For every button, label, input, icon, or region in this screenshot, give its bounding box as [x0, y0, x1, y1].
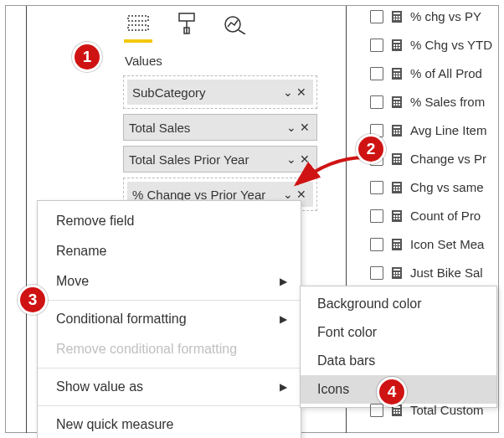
- menu-label: New quick measure: [56, 417, 174, 432]
- svg-rect-94: [399, 412, 400, 414]
- field-pill-label: Total Sales Prior Year: [129, 152, 285, 167]
- field-well-group-top: SubCategory ⌄ ✕: [123, 75, 317, 109]
- field-label: % of All Prod: [410, 66, 482, 80]
- field-well-group: Total Sales Prior Year ⌄ ✕: [123, 146, 317, 173]
- field-row[interactable]: Chg vs same: [370, 177, 492, 198]
- svg-rect-85: [396, 275, 398, 276]
- remove-icon[interactable]: ✕: [295, 188, 308, 201]
- svg-rect-66: [396, 215, 398, 217]
- menu-new-quick-measure[interactable]: New quick measure: [38, 410, 301, 438]
- svg-rect-81: [393, 272, 395, 274]
- menu-separator: [38, 300, 301, 301]
- svg-rect-49: [393, 158, 395, 160]
- checkbox-icon[interactable]: [370, 266, 383, 280]
- remove-icon[interactable]: ✕: [295, 85, 308, 99]
- field-row[interactable]: Avg Line Item: [370, 120, 492, 141]
- submenu-arrow-icon: ▶: [280, 381, 287, 393]
- svg-rect-10: [396, 16, 398, 18]
- svg-rect-13: [396, 18, 398, 20]
- menu-conditional-formatting[interactable]: Conditional formatting▶: [38, 304, 301, 334]
- svg-rect-86: [399, 275, 400, 276]
- svg-rect-93: [396, 412, 398, 414]
- field-row[interactable]: % chg vs PY: [370, 6, 492, 27]
- field-row[interactable]: Just Bike Sal: [370, 262, 492, 283]
- menu-remove-conditional-formatting: Remove conditional formatting: [38, 334, 301, 364]
- svg-rect-34: [396, 101, 398, 103]
- svg-rect-9: [393, 16, 395, 18]
- menu-label: Move: [56, 274, 89, 289]
- svg-rect-54: [399, 161, 400, 162]
- chevron-down-icon[interactable]: ⌄: [281, 85, 295, 99]
- svg-rect-80: [393, 269, 400, 271]
- active-tab-underline: [124, 39, 152, 43]
- fields-list: % chg vs PY % Chg vs YTD % of All Prod %…: [370, 6, 492, 420]
- menu-label: Conditional formatting: [56, 312, 187, 327]
- svg-rect-56: [393, 183, 400, 185]
- checkbox-icon[interactable]: [370, 10, 383, 23]
- checkbox-icon[interactable]: [370, 238, 383, 251]
- checkbox-icon[interactable]: [370, 181, 383, 194]
- menu-remove-field[interactable]: Remove field: [38, 206, 301, 236]
- svg-rect-64: [393, 212, 400, 214]
- svg-rect-67: [399, 215, 400, 217]
- chevron-down-icon[interactable]: ⌄: [285, 121, 298, 134]
- measure-icon: [390, 238, 404, 251]
- svg-rect-26: [396, 73, 398, 75]
- checkbox-icon[interactable]: [370, 404, 383, 417]
- svg-rect-78: [399, 246, 400, 248]
- checkbox-icon[interactable]: [370, 209, 383, 223]
- field-row[interactable]: % Sales from: [370, 91, 492, 112]
- remove-icon[interactable]: ✕: [298, 121, 311, 134]
- field-row[interactable]: Count of Pro: [370, 205, 492, 226]
- svg-rect-28: [393, 75, 395, 77]
- svg-rect-11: [399, 16, 400, 18]
- remove-icon[interactable]: ✕: [298, 152, 311, 166]
- menu-rename[interactable]: Rename: [38, 236, 301, 266]
- svg-rect-46: [399, 132, 400, 134]
- measure-icon: [390, 95, 404, 109]
- svg-rect-60: [393, 189, 395, 191]
- svg-rect-0: [128, 16, 148, 21]
- analytics-tab-icon[interactable]: [223, 11, 248, 36]
- checkbox-icon[interactable]: [370, 67, 383, 80]
- svg-rect-68: [393, 218, 395, 219]
- svg-rect-25: [393, 73, 395, 75]
- checkbox-icon[interactable]: [370, 39, 383, 52]
- svg-rect-73: [393, 244, 395, 245]
- field-row[interactable]: % Chg vs YTD: [370, 34, 492, 55]
- checkbox-icon[interactable]: [370, 95, 383, 109]
- field-row[interactable]: % of All Prod: [370, 63, 492, 84]
- chevron-down-icon[interactable]: ⌄: [281, 188, 295, 201]
- svg-rect-32: [393, 98, 400, 100]
- menu-show-value-as[interactable]: Show value as▶: [38, 372, 301, 402]
- field-pill-subcategory[interactable]: SubCategory ⌄ ✕: [127, 80, 313, 105]
- svg-rect-35: [399, 101, 400, 103]
- field-row[interactable]: Icon Set Mea: [370, 234, 492, 255]
- menu-move[interactable]: Move▶: [38, 266, 301, 296]
- svg-rect-17: [393, 44, 395, 46]
- svg-rect-41: [393, 130, 395, 131]
- svg-rect-65: [393, 215, 395, 217]
- field-pill-total-sales[interactable]: Total Sales ⌄ ✕: [124, 115, 316, 140]
- annotation-badge-4: 4: [377, 377, 407, 407]
- svg-rect-45: [396, 132, 398, 134]
- field-row[interactable]: Change vs Pr: [370, 148, 492, 169]
- svg-rect-53: [396, 161, 398, 162]
- svg-rect-92: [393, 412, 395, 414]
- field-pill-total-sales-prior-year[interactable]: Total Sales Prior Year ⌄ ✕: [124, 147, 316, 172]
- svg-rect-83: [399, 272, 400, 274]
- field-pill-label: Total Sales: [129, 121, 285, 135]
- format-tab-icon[interactable]: [174, 11, 199, 36]
- svg-rect-52: [393, 161, 395, 162]
- svg-rect-12: [393, 18, 395, 20]
- fields-tab-icon[interactable]: [126, 11, 151, 36]
- svg-rect-1: [128, 25, 148, 30]
- field-pill-label: SubCategory: [132, 85, 281, 100]
- svg-rect-37: [396, 104, 398, 106]
- field-label: Change vs Pr: [410, 152, 486, 166]
- svg-rect-70: [399, 218, 400, 219]
- svg-rect-19: [399, 44, 400, 46]
- chevron-down-icon[interactable]: ⌄: [285, 152, 298, 166]
- menu-label: Icons: [317, 382, 349, 397]
- svg-rect-62: [399, 189, 400, 191]
